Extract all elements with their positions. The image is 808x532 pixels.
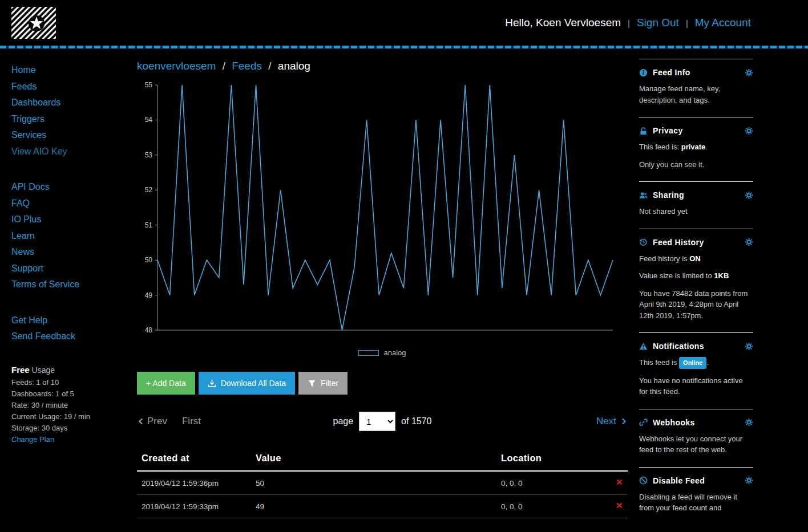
disable-feed-section: Disable Feed Disabling a feed will remov… bbox=[639, 467, 753, 525]
my-account-link[interactable]: My Account bbox=[695, 17, 751, 29]
legend-label: analog bbox=[383, 348, 406, 357]
download-all-data-button[interactable]: Download All Data bbox=[199, 372, 295, 395]
sidebar-item-feeds[interactable]: Feeds bbox=[11, 79, 137, 95]
sidebar-item-io-plus[interactable]: IO Plus bbox=[11, 212, 137, 228]
next-page-link[interactable]: Next bbox=[596, 416, 628, 427]
disable-feed-settings-button[interactable] bbox=[745, 476, 753, 485]
sidebar-item-send-feedback[interactable]: Send Feedback bbox=[11, 328, 137, 345]
main-content: koenvervloesem / Feeds / analog 48495051… bbox=[137, 59, 628, 525]
first-page-link[interactable]: First bbox=[182, 416, 201, 427]
sidebar-item-triggers[interactable]: Triggers bbox=[11, 111, 137, 128]
sharing-body: Not shared yet bbox=[639, 206, 753, 217]
value-cell: 49 bbox=[251, 495, 496, 518]
sidebar-item-api-docs[interactable]: API Docs bbox=[11, 179, 137, 196]
feed-chart-svg: 4849505152535455 bbox=[137, 77, 620, 338]
feed-history-settings-button[interactable] bbox=[745, 238, 753, 246]
filter-button[interactable]: Filter bbox=[298, 372, 348, 395]
adafruit-logo[interactable] bbox=[11, 7, 56, 39]
chevron-left-icon bbox=[137, 417, 145, 425]
location-cell: 0, 0, 0 bbox=[496, 495, 605, 518]
location-cell: 0, 0, 0 bbox=[496, 471, 605, 495]
notifications-note: You have no notifications active for thi… bbox=[639, 375, 753, 397]
feed-info-settings-button[interactable] bbox=[745, 68, 753, 77]
breadcrumb-current-feed: analog bbox=[278, 60, 310, 72]
disable-feed-title: Disable Feed bbox=[653, 476, 745, 485]
feed-chart: 4849505152535455 bbox=[137, 77, 628, 340]
table-header-row: Created at Value Location bbox=[137, 447, 628, 471]
webhooks-section: Webhooks Webhooks let you connect your f… bbox=[639, 409, 753, 467]
delete-x-icon bbox=[616, 478, 623, 486]
header-created-at: Created at bbox=[137, 447, 251, 471]
breadcrumb-user-link[interactable]: koenvervloesem bbox=[137, 60, 216, 72]
sidebar-item-view-aio-key[interactable]: View AIO Key bbox=[11, 144, 137, 160]
gear-icon bbox=[745, 342, 753, 351]
feed-info-body: Manage feed name, key, description, and … bbox=[639, 83, 753, 105]
feed-history-status: Feed history is ON bbox=[639, 253, 753, 265]
sidebar-item-faq[interactable]: FAQ bbox=[11, 196, 137, 212]
sharing-settings-button[interactable] bbox=[745, 191, 753, 200]
usage-label: Usage bbox=[30, 366, 55, 375]
notifications-status: This feed is Online. bbox=[639, 357, 753, 369]
sign-out-link[interactable]: Sign Out bbox=[637, 17, 679, 29]
usage-feeds: Feeds: 1 of 10 bbox=[11, 377, 137, 388]
delete-row-button[interactable] bbox=[616, 502, 623, 511]
sidebar-item-support[interactable]: Support bbox=[11, 261, 137, 277]
sidebar-item-services[interactable]: Services bbox=[11, 127, 137, 144]
svg-text:54: 54 bbox=[145, 116, 153, 124]
prev-label: Prev bbox=[147, 416, 167, 427]
feed-data-table: Created at Value Location 2019/04/12 1:5… bbox=[137, 447, 628, 518]
page-label: page bbox=[333, 416, 354, 427]
privacy-note: Only you can see it. bbox=[639, 159, 753, 170]
feed-info-title: Feed Info bbox=[653, 68, 745, 77]
sidebar-item-get-help[interactable]: Get Help bbox=[11, 312, 137, 329]
page-select[interactable]: 1 bbox=[359, 412, 395, 431]
feed-info-section: Feed Info Manage feed name, key, descrip… bbox=[639, 59, 753, 117]
webhooks-settings-button[interactable] bbox=[745, 418, 753, 427]
created-at-cell: 2019/04/12 1:59:33pm bbox=[137, 495, 251, 518]
add-data-button[interactable]: + Add Data bbox=[137, 372, 195, 395]
privacy-status: This feed is: private. bbox=[639, 141, 753, 153]
pagination-right: Next bbox=[432, 416, 628, 427]
prev-page-link[interactable]: Prev bbox=[137, 416, 167, 427]
sidebar-item-learn[interactable]: Learn bbox=[11, 228, 137, 245]
link-icon bbox=[639, 418, 648, 427]
delete-row-button[interactable] bbox=[616, 478, 623, 488]
svg-text:52: 52 bbox=[145, 186, 153, 194]
info-icon bbox=[639, 68, 648, 77]
feed-history-section: Feed History Feed history is ON Value si… bbox=[639, 229, 753, 333]
gear-icon bbox=[745, 238, 753, 246]
header-separator: | bbox=[628, 18, 630, 28]
usage-current: Current Usage: 19 / min bbox=[11, 411, 137, 423]
users-icon bbox=[639, 191, 648, 200]
header-actions bbox=[605, 447, 628, 471]
sidebar-item-news[interactable]: News bbox=[11, 244, 137, 261]
table-row: 2019/04/12 1:59:33pm 49 0, 0, 0 bbox=[137, 495, 628, 518]
usage-storage: Storage: 30 days bbox=[11, 423, 137, 434]
sidebar-item-home[interactable]: Home bbox=[11, 62, 137, 79]
usage-plan-title: Free Usage bbox=[11, 364, 137, 376]
breadcrumb-separator: / bbox=[219, 60, 229, 72]
usage-summary: Free Usage Feeds: 1 of 10 Dashboards: 1 … bbox=[11, 364, 137, 445]
change-plan-link[interactable]: Change Plan bbox=[11, 434, 137, 445]
notifications-title: Notifications bbox=[653, 342, 745, 351]
feed-actions: + Add Data Download All Data Filter bbox=[137, 372, 628, 395]
pagination-left: Prev First bbox=[137, 416, 333, 427]
sharing-title: Sharing bbox=[653, 190, 745, 200]
privacy-settings-button[interactable] bbox=[745, 127, 753, 135]
header-value: Value bbox=[251, 447, 496, 471]
add-data-label: + Add Data bbox=[146, 379, 186, 388]
history-icon bbox=[639, 238, 648, 246]
gear-icon bbox=[745, 68, 753, 77]
svg-text:55: 55 bbox=[145, 81, 153, 89]
svg-text:53: 53 bbox=[145, 151, 153, 159]
usage-rate: Rate: 30 / minute bbox=[11, 400, 137, 411]
online-status-badge: Online bbox=[679, 357, 706, 369]
breadcrumb-feeds-link[interactable]: Feeds bbox=[232, 60, 262, 72]
chart-legend[interactable]: analog bbox=[137, 348, 628, 357]
sidebar-item-dashboards[interactable]: Dashboards bbox=[11, 95, 137, 111]
webhooks-body: Webhooks let you connect your feed to th… bbox=[639, 433, 753, 456]
sidebar-item-terms-of-service[interactable]: Terms of Service bbox=[11, 277, 137, 293]
notifications-settings-button[interactable] bbox=[745, 342, 753, 351]
svg-text:50: 50 bbox=[145, 256, 153, 264]
header: Hello, Koen Vervloesem | Sign Out | My A… bbox=[0, 0, 808, 46]
